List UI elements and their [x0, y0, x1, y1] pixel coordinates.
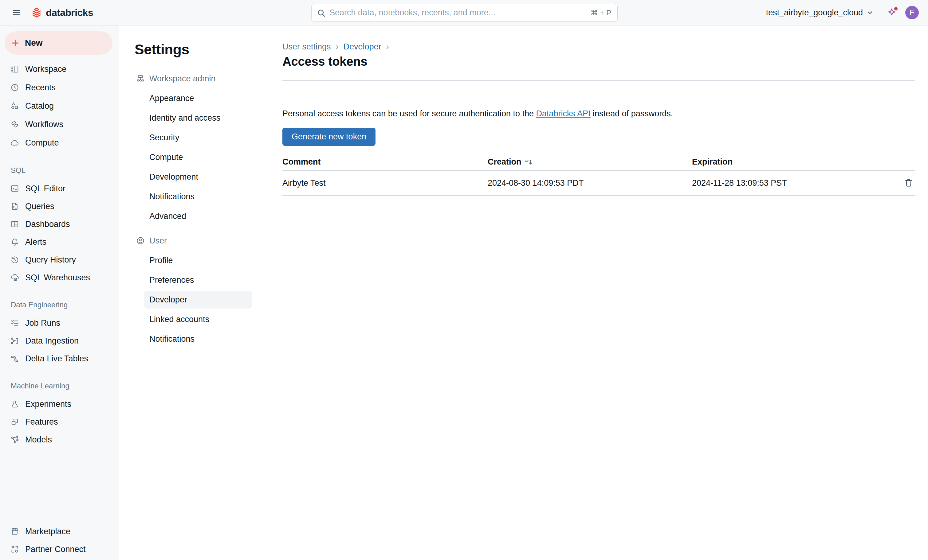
settings-item-label: Notifications: [150, 334, 194, 344]
settings-item-appearance[interactable]: Appearance: [119, 88, 267, 108]
settings-item-notifications-admin[interactable]: Notifications: [119, 187, 267, 206]
sidebar-item-workflows[interactable]: Workflows: [0, 115, 119, 134]
sidebar-item-label: Data Ingestion: [25, 336, 79, 346]
queries-icon: [10, 202, 19, 211]
new-button-label: New: [25, 38, 43, 48]
sidebar-item-label: Recents: [25, 83, 56, 93]
settings-item-preferences[interactable]: Preferences: [119, 270, 267, 290]
sidebar-item-compute[interactable]: Compute: [0, 134, 119, 152]
databricks-logo-icon: [31, 7, 42, 18]
settings-group-user: User: [136, 231, 267, 251]
sidebar-item-label: Catalog: [25, 101, 54, 111]
features-icon: [10, 417, 19, 426]
token-expiration-cell: 2024-11-28 13:09:53 PST: [692, 170, 890, 196]
workspace-icon: [10, 64, 19, 74]
pipeline-icon: [10, 354, 19, 363]
settings-item-development[interactable]: Development: [119, 167, 267, 187]
warehouse-cloud-icon: [10, 273, 19, 282]
column-header-label: Creation: [488, 157, 522, 167]
user-avatar[interactable]: E: [905, 6, 919, 19]
sidebar-item-label: Models: [25, 435, 52, 444]
partner-connect-icon: [10, 545, 19, 554]
storefront-icon: [10, 527, 19, 536]
databricks-api-link[interactable]: Databricks API: [536, 109, 591, 118]
sidebar-section-sql: SQL: [0, 161, 119, 180]
sidebar-item-label: Query History: [25, 255, 76, 265]
settings-item-identity-and-access[interactable]: Identity and access: [119, 108, 267, 128]
search-shortcut: ⌘ + P: [591, 9, 611, 17]
table-row: Airbyte Test 2024-08-30 14:09:53 PDT 202…: [282, 170, 915, 196]
ingestion-icon: [10, 336, 19, 345]
trash-icon: [904, 178, 914, 187]
settings-item-label: Security: [150, 133, 179, 143]
sidebar-item-workspace[interactable]: Workspace: [0, 60, 119, 78]
sidebar-item-alerts[interactable]: Alerts: [0, 233, 119, 251]
settings-item-developer[interactable]: Developer: [144, 291, 252, 309]
description-suffix: instead of passwords.: [591, 109, 673, 118]
sidebar-section-machine-learning: Machine Learning: [0, 377, 119, 395]
sidebar-item-label: SQL Editor: [25, 184, 66, 193]
plus-icon: [11, 38, 20, 47]
sidebar-item-models[interactable]: Models: [0, 431, 119, 449]
settings-item-profile[interactable]: Profile: [119, 251, 267, 270]
sidebar-item-query-history[interactable]: Query History: [0, 251, 119, 269]
global-search[interactable]: ⌘ + P: [311, 4, 618, 21]
settings-item-label: Linked accounts: [150, 315, 209, 324]
new-button[interactable]: New: [5, 31, 113, 55]
settings-nav-panel: Settings Workspace admin Appearance Iden…: [119, 26, 267, 560]
sidebar-item-label: Alerts: [25, 237, 46, 247]
breadcrumb-developer[interactable]: Developer: [343, 42, 382, 52]
sidebar-item-sql-warehouses[interactable]: SQL Warehouses: [0, 269, 119, 286]
settings-item-linked-accounts[interactable]: Linked accounts: [119, 309, 267, 329]
bell-icon: [10, 237, 19, 247]
sidebar-item-job-runs[interactable]: Job Runs: [0, 314, 119, 332]
settings-item-advanced[interactable]: Advanced: [119, 206, 267, 226]
sidebar-item-recents[interactable]: Recents: [0, 78, 119, 97]
sidebar-item-dashboards[interactable]: Dashboards: [0, 215, 119, 233]
sidebar-item-label: Job Runs: [25, 318, 60, 328]
sidebar-item-label: Marketplace: [25, 527, 70, 536]
settings-item-compute[interactable]: Compute: [119, 148, 267, 167]
search-input[interactable]: [330, 8, 591, 17]
sidebar-item-delta-live-tables[interactable]: Delta Live Tables: [0, 350, 119, 367]
column-header-expiration: Expiration: [692, 154, 890, 170]
sidebar-item-queries[interactable]: Queries: [0, 198, 119, 215]
page-title: Access tokens: [282, 54, 915, 68]
settings-group-label: User: [150, 236, 167, 246]
sidebar-item-partner-connect[interactable]: Partner Connect: [0, 540, 119, 558]
sidebar-item-sql-editor[interactable]: SQL Editor: [0, 180, 119, 198]
settings-group-label: Workspace admin: [150, 74, 216, 84]
catalog-shapes-icon: [10, 101, 19, 111]
breadcrumb-separator: ›: [386, 42, 389, 52]
sidebar-item-experiments[interactable]: Experiments: [0, 395, 119, 413]
sidebar-item-label: Workflows: [25, 120, 63, 129]
hamburger-menu-button[interactable]: [10, 6, 23, 19]
app-sidebar: New Workspace Recents Catalog: [0, 26, 119, 560]
delete-token-button[interactable]: [902, 177, 915, 189]
column-header-actions: [890, 154, 915, 170]
sidebar-item-catalog[interactable]: Catalog: [0, 97, 119, 115]
model-graph-icon: [10, 435, 19, 444]
sidebar-item-features[interactable]: Features: [0, 413, 119, 431]
sidebar-item-label: Workspace: [25, 64, 67, 74]
settings-item-security[interactable]: Security: [119, 128, 267, 148]
sidebar-item-marketplace[interactable]: Marketplace: [0, 522, 119, 540]
settings-group-workspace-admin: Workspace admin: [136, 69, 267, 88]
clock-icon: [10, 83, 19, 92]
breadcrumb-user-settings[interactable]: User settings: [282, 42, 331, 52]
workspace-selector[interactable]: test_airbyte_google_cloud: [766, 8, 874, 17]
generate-token-button[interactable]: Generate new token: [282, 128, 375, 146]
chevron-down-icon: [866, 9, 874, 17]
tokens-table: Comment Creation Expiration Airbyte Test: [282, 154, 915, 196]
assistant-button[interactable]: [885, 6, 898, 19]
column-header-creation[interactable]: Creation: [488, 154, 692, 170]
token-creation-cell: 2024-08-30 14:09:53 PDT: [488, 170, 692, 196]
sidebar-item-label: Partner Connect: [25, 545, 86, 554]
notification-dot: [894, 7, 897, 11]
settings-item-notifications-user[interactable]: Notifications: [119, 329, 267, 349]
settings-item-label: Advanced: [150, 212, 186, 221]
sidebar-item-data-ingestion[interactable]: Data Ingestion: [0, 332, 119, 350]
main-content: User settings › Developer › Access token…: [267, 26, 928, 560]
user-circle-icon: [136, 236, 145, 245]
history-icon: [10, 255, 19, 264]
